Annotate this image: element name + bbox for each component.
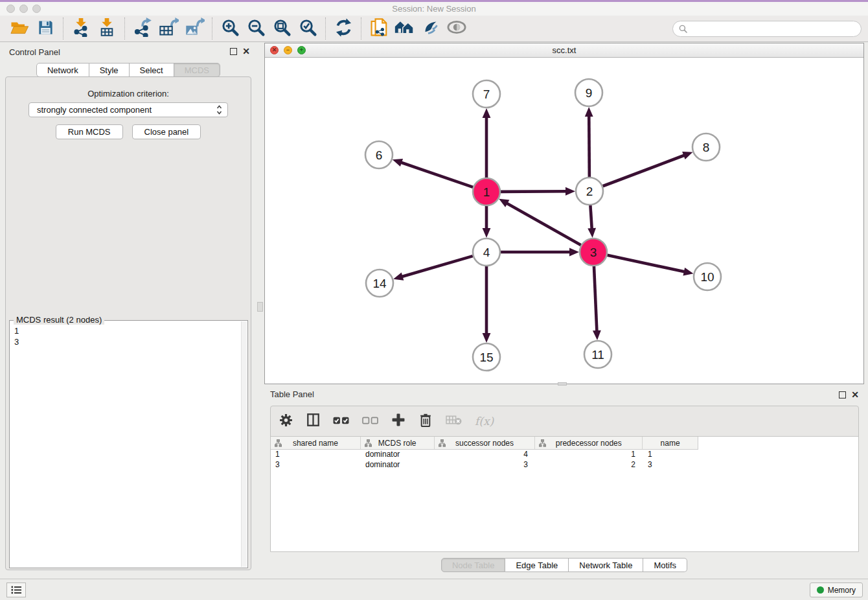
home-button[interactable]	[392, 17, 418, 40]
mcds-result-list[interactable]: 1 3	[10, 323, 241, 568]
table-cell[interactable]: dominator	[361, 450, 435, 460]
edge-arrowhead	[483, 333, 491, 343]
graphics-details-button[interactable]	[418, 17, 444, 40]
table-cell[interactable]: 3	[643, 460, 698, 470]
select-all-button[interactable]	[333, 413, 349, 429]
eye-button[interactable]	[444, 17, 470, 40]
column-header-MCDS-role[interactable]: MCDS role	[361, 437, 435, 449]
column-header-predecessor-nodes[interactable]: predecessor nodes	[535, 437, 643, 449]
close-panel-icon[interactable]: ✕	[242, 46, 250, 56]
network-graph[interactable]: 7968124314101511	[265, 58, 863, 384]
memory-status-icon	[817, 586, 824, 594]
node-table: shared nameMCDS rolesuccessor nodesprede…	[271, 436, 858, 551]
refresh-button[interactable]	[330, 17, 356, 40]
result-scrollbar[interactable]	[241, 321, 247, 567]
zoom-out-icon	[247, 18, 266, 40]
table-float-panel-icon[interactable]	[839, 391, 846, 398]
float-panel-icon[interactable]	[230, 48, 237, 55]
table-row[interactable]: 3dominator323	[271, 460, 698, 470]
edge-3-11[interactable]	[594, 266, 597, 332]
gear-button[interactable]	[279, 413, 293, 429]
optimization-criterion-select[interactable]: strongly connected component	[29, 102, 228, 117]
edge-2-9[interactable]	[589, 115, 589, 177]
zoom-out-button[interactable]	[243, 17, 269, 40]
edge-3-1[interactable]	[506, 203, 581, 246]
table-cell[interactable]: dominator	[361, 460, 435, 470]
search-icon	[679, 25, 687, 33]
tab-node-table[interactable]: Node Table	[441, 558, 506, 572]
export-network-button[interactable]	[130, 17, 155, 40]
table-cell[interactable]: 3	[435, 460, 536, 470]
column-type-icon	[539, 439, 546, 447]
add-icon	[392, 413, 405, 429]
column-header-successor-nodes[interactable]: successor nodes	[435, 437, 536, 449]
edge-1-6[interactable]	[400, 162, 473, 187]
export-image-button[interactable]	[181, 17, 207, 40]
zoom-in-button[interactable]	[217, 17, 243, 40]
graph-node-label: 4	[483, 246, 490, 259]
table-cell[interactable]: 4	[435, 450, 536, 460]
toolbar-separator	[212, 17, 212, 40]
import-network-button[interactable]	[68, 17, 94, 40]
table-cell[interactable]: 1	[536, 450, 643, 460]
edge-arrowhead	[393, 273, 404, 281]
deselect-all-button[interactable]	[362, 413, 378, 429]
import-table-icon	[98, 17, 116, 40]
edge-2-3[interactable]	[590, 205, 591, 230]
open-folder-button[interactable]	[6, 17, 32, 40]
run-mcds-button[interactable]: Run MCDS	[56, 124, 123, 139]
panel-splitter-handle[interactable]	[257, 302, 263, 312]
import-table-button[interactable]	[94, 17, 120, 40]
table-close-panel-icon[interactable]: ✕	[851, 389, 859, 400]
column-header-shared-name[interactable]: shared name	[271, 437, 361, 449]
network-window-titlebar[interactable]: ✕ − + scc.txt	[265, 43, 863, 58]
edge-1-2[interactable]	[501, 191, 567, 192]
tab-edge-table[interactable]: Edge Table	[505, 558, 569, 572]
graphics-details-icon	[422, 19, 440, 39]
tab-network[interactable]: Network	[36, 63, 89, 77]
select-all-icon	[333, 415, 349, 427]
memory-button[interactable]: Memory	[810, 583, 863, 597]
zoom-in-icon	[221, 18, 240, 40]
save-button[interactable]	[32, 17, 58, 40]
zoom-selected-button[interactable]	[295, 17, 321, 40]
tab-style[interactable]: Style	[89, 63, 130, 77]
main-toolbar	[0, 16, 868, 42]
refresh-icon	[334, 18, 353, 40]
tab-network-table[interactable]: Network Table	[569, 558, 643, 572]
column-label: name	[661, 439, 680, 448]
table-cell[interactable]: 1	[271, 450, 361, 460]
table-cell[interactable]: 1	[643, 450, 698, 460]
column-label: successor nodes	[455, 439, 514, 448]
close-panel-button[interactable]: Close panel	[132, 124, 201, 139]
task-history-button[interactable]	[6, 583, 26, 597]
columns-icon	[307, 413, 319, 429]
search-field[interactable]	[672, 21, 862, 37]
table-cell[interactable]: 2	[536, 460, 643, 470]
trash-button[interactable]	[418, 413, 433, 429]
network-canvas[interactable]: 7968124314101511	[265, 58, 863, 384]
export-network-icon	[133, 17, 152, 40]
export-table-button[interactable]	[155, 17, 181, 40]
edge-2-8[interactable]	[603, 155, 686, 186]
network-view-window: ✕ − + scc.txt 7968124314101511	[264, 43, 864, 384]
network-document-icon	[370, 17, 389, 40]
columns-button[interactable]	[306, 413, 320, 429]
edge-3-10[interactable]	[608, 255, 686, 272]
edge-4-14[interactable]	[401, 256, 473, 277]
edge-arrowhead	[483, 108, 491, 118]
search-input[interactable]	[691, 24, 855, 33]
add-button[interactable]	[391, 413, 405, 429]
tab-mcds[interactable]: MCDS	[174, 63, 220, 77]
table-row[interactable]: 1dominator411	[271, 450, 698, 460]
tab-motifs[interactable]: Motifs	[643, 558, 687, 572]
table-cell[interactable]: 3	[271, 460, 361, 470]
edge-arrowhead	[393, 159, 403, 167]
column-header-name[interactable]: name	[643, 437, 698, 449]
tab-select[interactable]: Select	[130, 63, 174, 77]
graph-node-label: 9	[586, 86, 593, 100]
table-body: 1dominator4113dominator323	[271, 450, 858, 470]
zoom-fit-button[interactable]	[269, 17, 295, 40]
fx-icon: f(x)	[475, 415, 494, 428]
network-document-button[interactable]	[366, 17, 392, 40]
